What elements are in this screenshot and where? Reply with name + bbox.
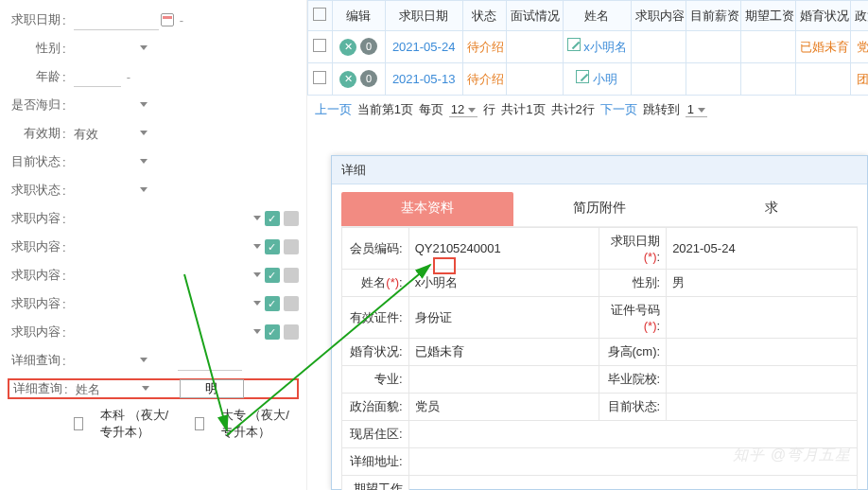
col-header: 求职日期	[385, 1, 462, 31]
detail-name: x小明名	[408, 270, 599, 297]
cell-marriage: 已婚未育	[795, 31, 850, 63]
returnee-select[interactable]	[74, 95, 149, 115]
label-detail-query-2: 详细查询	[13, 380, 64, 397]
college-checkbox[interactable]	[195, 417, 204, 430]
job-content-5[interactable]	[74, 322, 263, 342]
label-job-content-4: 求职内容	[8, 295, 62, 312]
apply-date-from[interactable]	[74, 9, 159, 30]
chk-on-icon[interactable]	[265, 239, 280, 254]
pagination: 上一页 当前第1页 每页 12 行 共计1页 共计2行 下一页 跳转到 1	[307, 96, 868, 124]
col-header	[307, 1, 332, 31]
col-header: 期望工资	[740, 1, 795, 31]
chk-on-icon[interactable]	[265, 296, 280, 311]
jump-select[interactable]: 1	[686, 102, 707, 117]
detail-marriage: 已婚未育	[408, 339, 599, 366]
per-page-select[interactable]: 12	[449, 102, 477, 117]
detail-query-1-input[interactable]	[178, 350, 242, 371]
chk-on-icon[interactable]	[265, 324, 280, 340]
detail-apply-date: 2021-05-24	[667, 228, 858, 270]
count-badge: 0	[360, 38, 377, 55]
label-job-status: 求职状态	[8, 182, 62, 199]
row-checkbox[interactable]	[313, 71, 326, 84]
detail-school	[667, 366, 858, 394]
cell-party: 团员	[850, 63, 868, 96]
member-no: QY2105240001	[408, 228, 599, 270]
col-header: 目前薪资	[686, 1, 740, 31]
cell-date[interactable]: 2021-05-13	[385, 63, 462, 96]
count-badge: 0	[360, 70, 377, 87]
total-rows: 共计2行	[551, 101, 595, 118]
next-page[interactable]: 下一页	[600, 101, 637, 118]
col-header: 政治面	[850, 1, 868, 31]
detail-query-name-select[interactable]: 姓名	[76, 378, 151, 399]
per-page-label: 每页	[419, 101, 443, 118]
label-job-content-1: 求职内容	[8, 210, 62, 227]
jump-label: 跳转到	[643, 101, 680, 118]
detail-major	[408, 366, 599, 394]
modal-tabs: 基本资料 简历附件 求	[341, 192, 858, 227]
label-gender: 性别	[8, 40, 62, 57]
delete-icon[interactable]: ✕	[339, 71, 356, 88]
label-college: 大专 （夜大/专升本）	[221, 407, 299, 441]
job-content-1[interactable]	[74, 208, 263, 229]
table-row: ✕ 02021-05-24待介绍 x小明名已婚未育党员	[307, 31, 868, 63]
chk-off-icon[interactable]	[284, 268, 299, 283]
valid-select[interactable]: 有效	[74, 123, 149, 144]
label-job-content-2: 求职内容	[8, 238, 62, 255]
gender-select[interactable]	[74, 38, 149, 59]
label-returnee: 是否海归	[8, 96, 62, 114]
chk-off-icon[interactable]	[284, 324, 299, 340]
tab-job[interactable]: 求	[686, 192, 858, 226]
chk-on-icon[interactable]	[265, 211, 280, 226]
edit-icon[interactable]	[567, 38, 581, 51]
results-table: 编辑求职日期状态面试情况姓名求职内容目前薪资期望工资婚育状况政治面 ✕ 0202…	[307, 0, 868, 96]
current-page: 当前第1页	[357, 101, 413, 118]
row-checkbox[interactable]	[313, 39, 326, 52]
detail-gender: 男	[667, 270, 858, 297]
chk-off-icon[interactable]	[284, 296, 299, 311]
calendar-icon[interactable]	[161, 13, 174, 26]
tab-resume[interactable]: 简历附件	[513, 192, 686, 226]
watermark: 知乎 @弯月五星	[733, 446, 851, 465]
detail-height	[667, 339, 858, 366]
cur-status-select[interactable]	[74, 151, 149, 172]
prev-page[interactable]: 上一页	[315, 101, 352, 118]
cell-marriage	[795, 63, 850, 96]
detail-query-name-input[interactable]	[180, 379, 244, 398]
col-header: 面试情况	[506, 1, 563, 31]
cell-status: 待介绍	[462, 31, 506, 63]
chk-on-icon[interactable]	[265, 268, 280, 283]
edit-icon[interactable]	[576, 70, 589, 83]
col-header: 姓名	[563, 1, 631, 31]
cell-party: 党员	[850, 31, 868, 63]
cell-name[interactable]: x小明名	[583, 40, 627, 54]
label-bachelor: 本科 （夜大/专升本）	[100, 407, 178, 441]
cell-date[interactable]: 2021-05-24	[385, 31, 462, 63]
select-all-checkbox[interactable]	[313, 8, 326, 21]
detail-exploc: 福建省-泉州市-市辖区	[408, 476, 857, 491]
chk-off-icon[interactable]	[284, 211, 299, 226]
col-header: 求职内容	[631, 1, 686, 31]
bachelor-checkbox[interactable]	[74, 417, 83, 430]
detail-politics: 党员	[408, 394, 599, 421]
label-apply-date: 求职日期	[8, 11, 62, 28]
chk-off-icon[interactable]	[284, 239, 299, 254]
col-header: 状态	[462, 1, 506, 31]
detail-address	[408, 421, 857, 448]
tab-basic[interactable]: 基本资料	[341, 192, 513, 226]
age-from[interactable]	[74, 66, 121, 87]
total-pages: 共计1页	[501, 101, 545, 118]
delete-icon[interactable]: ✕	[339, 39, 356, 56]
job-content-4[interactable]	[74, 293, 263, 314]
cell-name[interactable]: 小明	[593, 72, 617, 86]
cell-status: 待介绍	[462, 63, 506, 96]
job-content-3[interactable]	[74, 265, 263, 286]
detail-status	[667, 394, 858, 421]
detail-query-1-select[interactable]	[74, 350, 149, 371]
label-age: 年龄	[8, 68, 62, 85]
job-status-select[interactable]	[74, 180, 149, 201]
modal-title: 详细	[332, 156, 867, 184]
label-cur-status: 目前状态	[8, 153, 62, 170]
job-content-2[interactable]	[74, 236, 263, 257]
label-valid: 有效期	[8, 125, 62, 142]
